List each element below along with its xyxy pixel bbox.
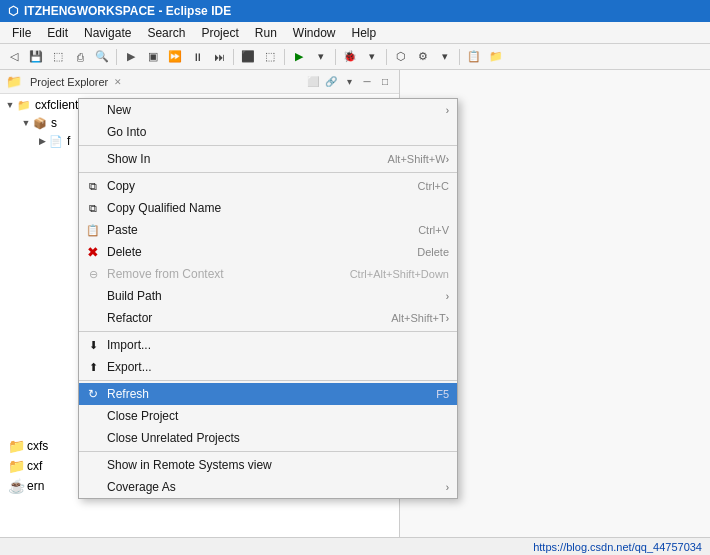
cm-build-path[interactable]: Build Path › bbox=[79, 285, 457, 307]
pe-title: Project Explorer bbox=[30, 76, 108, 88]
cm-show-in-shortcut: Alt+Shift+W bbox=[388, 153, 446, 165]
cm-paste-shortcut: Ctrl+V bbox=[418, 224, 449, 236]
cm-new-arrow: › bbox=[446, 105, 449, 116]
tree-item-side-2[interactable]: 📁 cxf bbox=[4, 457, 48, 475]
side-label-1: cxfs bbox=[27, 439, 48, 453]
context-menu: New › Go Into Show In Alt+Shift+W › ⧉ Co… bbox=[78, 98, 458, 499]
cm-delete[interactable]: ✖ Delete Delete bbox=[79, 241, 457, 263]
cm-refresh[interactable]: ↻ Refresh F5 bbox=[79, 383, 457, 405]
cm-show-remote-label: Show in Remote Systems view bbox=[107, 458, 449, 472]
cm-refresh-shortcut: F5 bbox=[436, 388, 449, 400]
menu-help[interactable]: Help bbox=[344, 24, 385, 42]
cm-go-into-label: Go Into bbox=[107, 125, 449, 139]
tb-print[interactable]: ⎙ bbox=[70, 47, 90, 67]
menu-navigate[interactable]: Navigate bbox=[76, 24, 139, 42]
tree-label-s: s bbox=[51, 116, 57, 130]
cm-remove-ctx-label: Remove from Context bbox=[107, 267, 330, 281]
cm-paste-icon: 📋 bbox=[85, 222, 101, 238]
tb-bug[interactable]: 🐞 bbox=[340, 47, 360, 67]
pe-header: 📁 Project Explorer ✕ ⬜ 🔗 ▾ ─ □ bbox=[0, 70, 399, 94]
tb-run2[interactable]: ▣ bbox=[143, 47, 163, 67]
tb-save[interactable]: 💾 bbox=[26, 47, 46, 67]
menu-window[interactable]: Window bbox=[285, 24, 344, 42]
menu-run[interactable]: Run bbox=[247, 24, 285, 42]
cm-export-label: Export... bbox=[107, 360, 449, 374]
cm-show-remote[interactable]: Show in Remote Systems view bbox=[79, 454, 457, 476]
tb-separator-5 bbox=[386, 49, 387, 65]
tb-ext2[interactable]: 📁 bbox=[486, 47, 506, 67]
menu-project[interactable]: Project bbox=[193, 24, 246, 42]
pe-toolbar: ⬜ 🔗 ▾ ─ □ bbox=[305, 74, 393, 90]
cm-copy-shortcut: Ctrl+C bbox=[418, 180, 449, 192]
menu-edit[interactable]: Edit bbox=[39, 24, 76, 42]
cm-copy[interactable]: ⧉ Copy Ctrl+C bbox=[79, 175, 457, 197]
side-icon-2: 📁 bbox=[8, 458, 24, 474]
tb-separator-3 bbox=[284, 49, 285, 65]
cm-close-unrelated[interactable]: Close Unrelated Projects bbox=[79, 427, 457, 449]
tb-bug-dropdown[interactable]: ▾ bbox=[362, 47, 382, 67]
cm-new-label: New bbox=[107, 103, 446, 117]
cm-close-project[interactable]: Close Project bbox=[79, 405, 457, 427]
tb-run-green[interactable]: ▶ bbox=[289, 47, 309, 67]
tree-item-side-1[interactable]: 📁 cxfs bbox=[4, 437, 48, 455]
cm-build-path-label: Build Path bbox=[107, 289, 446, 303]
tb-save2[interactable]: ⬚ bbox=[48, 47, 68, 67]
cm-copy-qualified[interactable]: ⧉ Copy Qualified Name bbox=[79, 197, 457, 219]
status-url: https://blog.csdn.net/qq_44757034 bbox=[533, 541, 702, 553]
cm-refactor-arrow: › bbox=[446, 313, 449, 324]
tb-run4[interactable]: ⏸ bbox=[187, 47, 207, 67]
cm-import-label: Import... bbox=[107, 338, 449, 352]
menu-search[interactable]: Search bbox=[139, 24, 193, 42]
tb-more2[interactable]: ⚙ bbox=[413, 47, 433, 67]
tb-back[interactable]: ◁ bbox=[4, 47, 24, 67]
cm-remove-icon: ⊖ bbox=[85, 266, 101, 282]
side-icon-3: ☕ bbox=[8, 478, 24, 494]
pe-view-menu-btn[interactable]: ▾ bbox=[341, 74, 357, 90]
tree-item-side-3[interactable]: ☕ ern bbox=[4, 477, 48, 495]
tb-separator-4 bbox=[335, 49, 336, 65]
cm-refactor[interactable]: Refactor Alt+Shift+T › bbox=[79, 307, 457, 329]
tb-more1[interactable]: ⬡ bbox=[391, 47, 411, 67]
status-bar: https://blog.csdn.net/qq_44757034 bbox=[0, 537, 710, 555]
tb-debug1[interactable]: ⬛ bbox=[238, 47, 258, 67]
side-label-3: ern bbox=[27, 479, 44, 493]
tb-ext1[interactable]: 📋 bbox=[464, 47, 484, 67]
cm-new[interactable]: New › bbox=[79, 99, 457, 121]
cm-show-in[interactable]: Show In Alt+Shift+W › bbox=[79, 148, 457, 170]
eclipse-icon: ⬡ bbox=[8, 4, 18, 18]
cm-sep-1 bbox=[79, 145, 457, 146]
tb-run3[interactable]: ⏩ bbox=[165, 47, 185, 67]
pe-max-btn[interactable]: □ bbox=[377, 74, 393, 90]
cm-remove-ctx[interactable]: ⊖ Remove from Context Ctrl+Alt+Shift+Dow… bbox=[79, 263, 457, 285]
tb-run5[interactable]: ⏭ bbox=[209, 47, 229, 67]
cm-refresh-label: Refresh bbox=[107, 387, 416, 401]
pe-collapse-btn[interactable]: ⬜ bbox=[305, 74, 321, 90]
cm-copy-icon: ⧉ bbox=[85, 178, 101, 194]
cm-go-into[interactable]: Go Into bbox=[79, 121, 457, 143]
cm-copy-qual-icon: ⧉ bbox=[85, 200, 101, 216]
tb-search-icon[interactable]: 🔍 bbox=[92, 47, 112, 67]
cm-export-icon: ⬆ bbox=[85, 359, 101, 375]
tb-more-dropdown[interactable]: ▾ bbox=[435, 47, 455, 67]
cm-sep-4 bbox=[79, 380, 457, 381]
cm-export[interactable]: ⬆ Export... bbox=[79, 356, 457, 378]
pe-link-btn[interactable]: 🔗 bbox=[323, 74, 339, 90]
tb-run1[interactable]: ▶ bbox=[121, 47, 141, 67]
cm-delete-label: Delete bbox=[107, 245, 397, 259]
menu-bar: File Edit Navigate Search Project Run Wi… bbox=[0, 22, 710, 44]
toolbar: ◁ 💾 ⬚ ⎙ 🔍 ▶ ▣ ⏩ ⏸ ⏭ ⬛ ⬚ ▶ ▾ 🐞 ▾ ⬡ ⚙ ▾ 📋 … bbox=[0, 44, 710, 70]
cm-import[interactable]: ⬇ Import... bbox=[79, 334, 457, 356]
cm-paste[interactable]: 📋 Paste Ctrl+V bbox=[79, 219, 457, 241]
menu-file[interactable]: File bbox=[4, 24, 39, 42]
pe-min-btn[interactable]: ─ bbox=[359, 74, 375, 90]
tb-run-dropdown[interactable]: ▾ bbox=[311, 47, 331, 67]
cm-close-project-label: Close Project bbox=[107, 409, 449, 423]
cm-show-in-label: Show In bbox=[107, 152, 368, 166]
cm-refactor-label: Refactor bbox=[107, 311, 371, 325]
main-area: 📁 Project Explorer ✕ ⬜ 🔗 ▾ ─ □ ▼ 📁 cxfcl… bbox=[0, 70, 710, 555]
tb-debug2[interactable]: ⬚ bbox=[260, 47, 280, 67]
cm-copy-qualified-label: Copy Qualified Name bbox=[107, 201, 449, 215]
cm-coverage-label: Coverage As bbox=[107, 480, 446, 494]
folder-icon-s: 📦 bbox=[32, 115, 48, 131]
cm-coverage[interactable]: Coverage As › bbox=[79, 476, 457, 498]
